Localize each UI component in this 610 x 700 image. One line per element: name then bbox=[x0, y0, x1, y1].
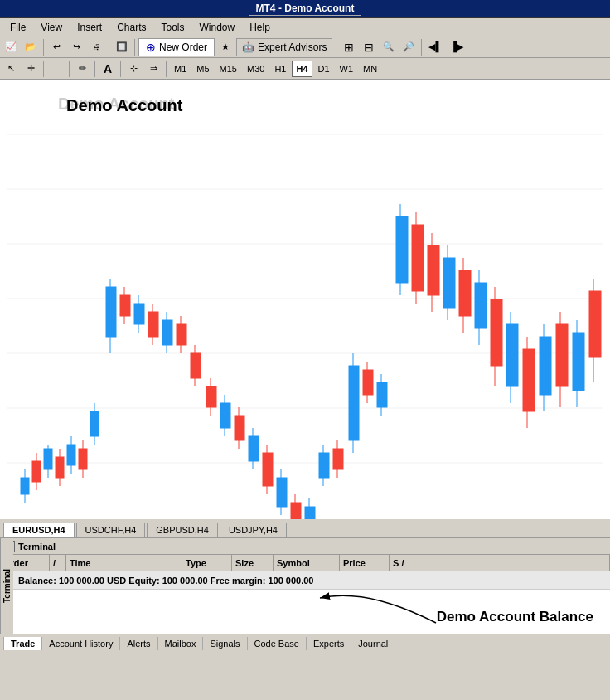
svg-rect-58 bbox=[363, 370, 373, 395]
col-size: Size bbox=[232, 555, 274, 571]
zoom-out-btn[interactable]: 🔎 bbox=[399, 38, 418, 56]
terminal-tab-journal[interactable]: Journal bbox=[351, 637, 395, 650]
svg-rect-66 bbox=[428, 245, 439, 295]
cursor2-btn[interactable]: ⊹ bbox=[124, 60, 143, 78]
menu-window[interactable]: Window bbox=[193, 20, 242, 35]
candle-9 bbox=[120, 287, 130, 324]
svg-rect-34 bbox=[191, 353, 201, 378]
candle-5 bbox=[67, 436, 75, 474]
new-chart-btn[interactable]: 📈 bbox=[2, 38, 20, 56]
col-price: Price bbox=[340, 555, 390, 571]
candle-18 bbox=[249, 428, 259, 469]
svg-rect-82 bbox=[556, 324, 568, 386]
new-order-btn[interactable]: ⊕ New Order bbox=[138, 38, 215, 56]
menu-charts[interactable]: Charts bbox=[110, 20, 152, 35]
menu-help[interactable]: Help bbox=[243, 20, 277, 35]
svg-rect-74 bbox=[491, 299, 502, 366]
svg-rect-32 bbox=[177, 324, 186, 345]
tf-m15[interactable]: M15 bbox=[215, 61, 241, 77]
svg-rect-16 bbox=[67, 445, 75, 465]
chart-zoom2-btn[interactable]: ⊟ bbox=[360, 38, 378, 56]
menu-insert[interactable]: Insert bbox=[70, 20, 109, 35]
magnify-btn[interactable]: 🔍 bbox=[380, 38, 398, 56]
candle-8 bbox=[106, 279, 116, 353]
candle-10 bbox=[134, 295, 144, 333]
chart-tab-eurusd[interactable]: EURUSD,H4 bbox=[3, 523, 75, 537]
terminal-tab-mailbox[interactable]: Mailbox bbox=[158, 637, 204, 650]
terminal-tab-trade[interactable]: Trade bbox=[3, 637, 42, 650]
candle-29 bbox=[412, 212, 424, 304]
chart-tab-gbpusd[interactable]: GBPUSD,H4 bbox=[147, 523, 218, 537]
terminal-tab-signals[interactable]: Signals bbox=[203, 637, 247, 650]
menu-file[interactable]: File bbox=[3, 20, 32, 35]
tf-h4[interactable]: H4 bbox=[292, 61, 312, 77]
text-btn[interactable]: A bbox=[99, 60, 117, 78]
candle-20 bbox=[277, 469, 287, 515]
svg-rect-46 bbox=[277, 478, 287, 507]
open-btn[interactable]: 📂 bbox=[22, 38, 40, 56]
scroll-left-btn[interactable]: ◀▌ bbox=[425, 38, 445, 56]
new-order-label: New Order bbox=[159, 41, 207, 53]
title-bar: MT4 - Demo Account bbox=[0, 0, 610, 18]
tf-w1[interactable]: W1 bbox=[336, 61, 358, 77]
crosshair-btn[interactable]: ✛ bbox=[22, 60, 40, 78]
dsep3 bbox=[94, 61, 95, 77]
dsep2 bbox=[69, 61, 70, 77]
expert-advisors-btn[interactable]: 🤖 Expert Advisors bbox=[236, 38, 332, 56]
terminal-tab-alerts[interactable]: Alerts bbox=[120, 637, 157, 650]
demo-balance-label: Demo Account Balance bbox=[437, 609, 593, 625]
terminal-vertical-label: Terminal bbox=[0, 538, 13, 634]
pen-btn[interactable]: ✏ bbox=[73, 60, 91, 78]
chart-svg bbox=[0, 80, 610, 519]
line-btn[interactable]: — bbox=[47, 60, 65, 78]
svg-rect-60 bbox=[377, 382, 387, 407]
candle-22 bbox=[305, 498, 315, 519]
candle-40 bbox=[589, 279, 601, 382]
candle-24 bbox=[333, 440, 343, 478]
svg-rect-42 bbox=[249, 436, 259, 461]
terminal-tab-account-history[interactable]: Account History bbox=[42, 637, 120, 650]
terminal-tab-codebase[interactable]: Code Base bbox=[248, 637, 307, 650]
svg-rect-54 bbox=[333, 449, 343, 469]
scroll-right-btn[interactable]: ▐▶ bbox=[447, 38, 467, 56]
menu-view[interactable]: View bbox=[34, 20, 69, 35]
menu-tools[interactable]: Tools bbox=[155, 20, 191, 35]
tf-h1[interactable]: H1 bbox=[270, 61, 290, 77]
candle-16 bbox=[220, 395, 230, 436]
new-order-icon: ⊕ bbox=[146, 41, 156, 54]
balance-row: ○ Balance: 100 000.00 USD Equity: 100 00… bbox=[0, 571, 610, 590]
col-s: S / bbox=[390, 555, 610, 571]
candle-7 bbox=[90, 403, 99, 445]
candle-13 bbox=[177, 316, 186, 353]
tf-m5[interactable]: M5 bbox=[192, 61, 213, 77]
svg-rect-86 bbox=[589, 291, 601, 357]
arrow-tool-btn[interactable]: ⇒ bbox=[144, 60, 162, 78]
star-btn[interactable]: ★ bbox=[216, 38, 235, 56]
svg-rect-70 bbox=[459, 270, 471, 316]
svg-rect-10 bbox=[32, 461, 41, 482]
candle-38 bbox=[556, 312, 568, 407]
zoom-in-btn[interactable]: 🔲 bbox=[113, 38, 131, 56]
tf-mn[interactable]: MN bbox=[359, 61, 381, 77]
cursor-btn[interactable]: ↖ bbox=[2, 60, 20, 78]
candle-1 bbox=[21, 469, 29, 503]
dsep4 bbox=[120, 61, 121, 77]
candle-2 bbox=[32, 453, 41, 490]
tf-m1[interactable]: M1 bbox=[170, 61, 191, 77]
undo-btn[interactable]: ↩ bbox=[47, 38, 65, 56]
robot-icon: 🤖 bbox=[242, 41, 254, 53]
terminal-tab-experts[interactable]: Experts bbox=[307, 637, 351, 650]
tf-m30[interactable]: M30 bbox=[243, 61, 269, 77]
print-btn[interactable]: 🖨 bbox=[87, 38, 105, 56]
chart-zoom1-btn[interactable]: ⊞ bbox=[340, 38, 358, 56]
tf-d1[interactable]: D1 bbox=[314, 61, 334, 77]
svg-rect-40 bbox=[235, 416, 244, 440]
svg-rect-24 bbox=[120, 295, 130, 316]
redo-btn[interactable]: ↪ bbox=[67, 38, 85, 56]
chart-tab-usdchf[interactable]: USDCHF,H4 bbox=[76, 523, 146, 537]
terminal-area: ✕ Terminal Order / Time Type Size Symbol… bbox=[0, 537, 610, 652]
chart-tab-usdjpy[interactable]: USDJPY,H4 bbox=[220, 523, 287, 537]
candle-32 bbox=[459, 258, 471, 333]
dsep5 bbox=[166, 61, 167, 77]
chart-tabs: EURUSD,H4 USDCHF,H4 GBPUSD,H4 USDJPY,H4 bbox=[0, 519, 610, 537]
